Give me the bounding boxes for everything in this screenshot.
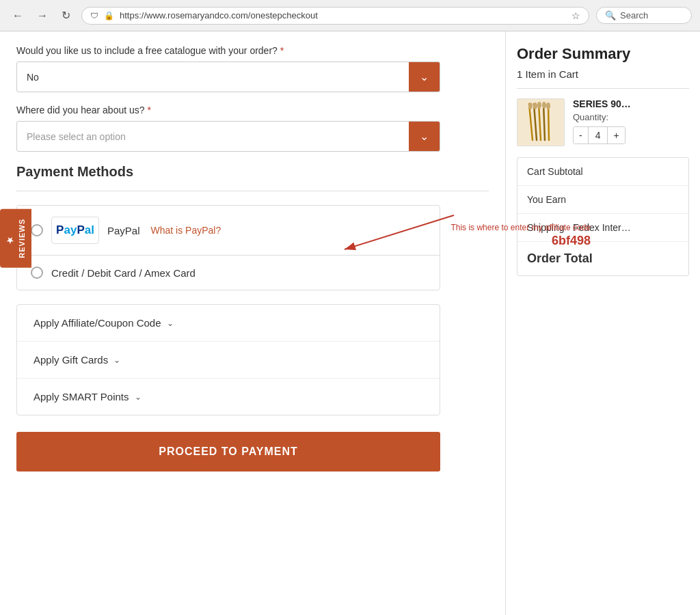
shipping-label: Shipping - Fedex Inter…: [527, 222, 631, 233]
heard-about-field-group: Where did you hear about us? * Please se…: [16, 105, 489, 152]
heard-about-dropdown-arrow[interactable]: ⌄: [409, 122, 440, 151]
product-info: SERIES 90… Quantity: - 4 +: [573, 98, 689, 146]
affiliate-coupon-item[interactable]: Apply Affiliate/Coupon Code ⌄: [17, 305, 440, 342]
paypal-logo: PayPal: [51, 217, 99, 244]
qty-controls: - 4 +: [573, 126, 625, 144]
catalogue-dropdown-arrow[interactable]: ⌄: [409, 62, 440, 92]
svg-point-8: [528, 102, 533, 109]
catalogue-required: *: [280, 45, 284, 56]
search-icon: 🔍: [605, 10, 616, 20]
catalogue-select[interactable]: No ⌄: [16, 62, 440, 92]
heard-about-label-text: Where did you hear about us?: [16, 105, 145, 115]
lock-icon: 🔒: [104, 11, 114, 20]
you-earn-label: You Earn: [527, 194, 566, 205]
search-box[interactable]: 🔍 Search: [596, 7, 692, 24]
back-button[interactable]: ←: [8, 8, 27, 23]
order-total-row: Order Total: [517, 242, 688, 275]
page-container: ★ REVIEWS Would you like us to include a…: [0, 31, 700, 615]
main-content: ★ REVIEWS Would you like us to include a…: [0, 31, 505, 615]
section-divider: [16, 191, 489, 191]
paypal-option[interactable]: PayPal PayPal What is PayPal?: [17, 206, 440, 256]
svg-point-9: [533, 102, 537, 109]
cart-subtotal-row: Cart Subtotal: [517, 158, 688, 186]
catalogue-field-group: Would you like us to include a free cata…: [16, 45, 489, 92]
paypal-what-link[interactable]: What is PayPal?: [151, 225, 221, 236]
browser-chrome: ← → ↻ 🛡 🔒 https://www.rosemaryandco.com/…: [0, 0, 700, 31]
reload-button[interactable]: ↻: [57, 8, 75, 23]
qty-value: 4: [588, 127, 608, 144]
search-label: Search: [620, 10, 648, 20]
heard-about-required: *: [148, 105, 151, 115]
svg-point-10: [537, 102, 541, 109]
payment-section-title: Payment Methods: [16, 164, 489, 180]
heard-about-placeholder: Please select an option: [17, 123, 409, 150]
card-radio[interactable]: [31, 266, 43, 279]
affiliate-coupon-label: Apply Affiliate/Coupon Code: [33, 317, 161, 329]
forward-button[interactable]: →: [33, 8, 52, 23]
order-summary-title: Order Summary: [517, 45, 689, 63]
smart-points-label: Apply SMART Points: [33, 391, 129, 402]
gift-card-label: Apply Gift Cards: [33, 354, 108, 366]
url-text: https://www.rosemaryandco.com/onestepche…: [120, 10, 566, 20]
svg-point-11: [542, 102, 546, 109]
heard-about-label: Where did you hear about us? *: [16, 105, 489, 115]
shipping-row: Shipping - Fedex Inter…: [517, 214, 688, 242]
gift-card-item[interactable]: Apply Gift Cards ⌄: [17, 342, 440, 379]
payment-section: Payment Methods PayPal PayPal What is Pa…: [16, 164, 489, 290]
address-bar[interactable]: 🛡 🔒 https://www.rosemaryandco.com/oneste…: [81, 7, 589, 25]
items-count: 1 Item in Cart: [517, 68, 689, 80]
cart-subtotal-label: Cart Subtotal: [527, 166, 583, 177]
qty-increase-button[interactable]: +: [608, 127, 624, 144]
product-image: [517, 98, 565, 146]
catalogue-label: Would you like us to include a free cata…: [16, 45, 489, 56]
reviews-tab[interactable]: ★ REVIEWS: [0, 209, 31, 268]
paypal-label: PayPal: [107, 225, 140, 236]
sidebar-divider: [517, 88, 689, 89]
payment-options-container: PayPal PayPal What is PayPal? Credit / D…: [16, 205, 440, 290]
proceed-to-payment-button[interactable]: PROCEED TO PAYMENT: [16, 432, 440, 472]
bookmark-icon[interactable]: ☆: [571, 10, 580, 21]
svg-point-12: [546, 102, 550, 109]
order-sidebar: Order Summary 1 Item in Cart: [505, 31, 700, 615]
shield-icon: 🛡: [90, 11, 98, 20]
paypal-radio[interactable]: [31, 224, 43, 236]
qty-decrease-button[interactable]: -: [574, 127, 588, 144]
order-totals: Cart Subtotal You Earn Shipping - Fedex …: [517, 157, 689, 276]
you-earn-row: You Earn: [517, 186, 688, 214]
nav-buttons: ← → ↻: [8, 8, 75, 23]
heard-about-select[interactable]: Please select an option ⌄: [16, 121, 440, 152]
gift-card-chevron-icon: ⌄: [113, 355, 120, 365]
product-image-svg: [519, 100, 563, 145]
star-icon: ★: [5, 234, 15, 245]
smart-points-chevron-icon: ⌄: [135, 392, 142, 402]
discount-section: Apply Affiliate/Coupon Code ⌄ Apply Gift…: [16, 304, 440, 415]
product-name: SERIES 90…: [573, 98, 689, 109]
product-qty-label: Quantity:: [573, 112, 689, 122]
cart-item: SERIES 90… Quantity: - 4 +: [517, 98, 689, 146]
smart-points-item[interactable]: Apply SMART Points ⌄: [17, 379, 440, 415]
reviews-label: REVIEWS: [18, 219, 26, 258]
catalogue-label-text: Would you like us to include a free cata…: [16, 45, 278, 56]
paypal-text: PayPal: [56, 223, 94, 237]
affiliate-chevron-icon: ⌄: [167, 318, 174, 328]
card-label: Credit / Debit Card / Amex Card: [51, 267, 196, 279]
catalogue-value: No: [17, 64, 409, 91]
order-total-label: Order Total: [527, 251, 593, 266]
card-option[interactable]: Credit / Debit Card / Amex Card: [17, 256, 440, 290]
